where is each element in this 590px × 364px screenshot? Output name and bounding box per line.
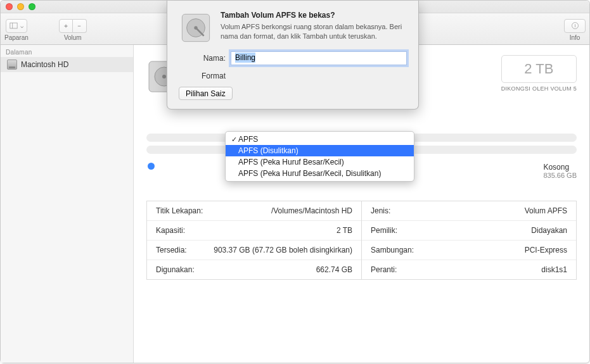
sidebar-icon: [9, 21, 18, 30]
detail-key: Digunakan:: [156, 265, 195, 274]
size-options-button[interactable]: Pilihan Saiz: [179, 87, 233, 100]
check-icon: ✓: [229, 135, 238, 144]
detail-val: 903.37 GB (67.72 GB boleh disingkirkan): [214, 246, 352, 254]
legend-dot-icon: [148, 163, 155, 170]
view-button[interactable]: ⌵: [6, 19, 27, 33]
detail-key: Sambungan:: [371, 246, 414, 254]
dropdown-option-label: APFS (Disulitkan): [238, 146, 298, 155]
table-row: Sambungan:PCI-Express: [362, 241, 576, 260]
detail-key: Pemilik:: [371, 226, 397, 235]
sheet-heading: Tambah Volum APFS ke bekas?: [221, 11, 407, 20]
detail-key: Jenis:: [371, 206, 390, 215]
detail-val: PCI-Express: [525, 246, 567, 254]
minimize-icon[interactable]: [17, 3, 24, 10]
dropdown-option-apfs-case-encrypted[interactable]: APFS (Peka Huruf Besar/Kecil, Disulitkan…: [226, 168, 414, 179]
capacity-box: 2 TB DIKONGSI OLEH VOLUM 5: [501, 55, 577, 92]
zoom-icon[interactable]: [29, 3, 35, 10]
dropdown-option-label: APFS (Peka Huruf Besar/Kecil, Disulitkan…: [238, 169, 381, 178]
dropdown-option-apfs-encrypted[interactable]: APFS (Disulitkan): [226, 145, 414, 156]
name-input[interactable]: Billing: [231, 51, 407, 65]
dropdown-option-apfs[interactable]: ✓APFS: [226, 134, 414, 145]
sidebar-item-label: Macintosh HD: [21, 60, 68, 69]
detail-val: 662.74 GB: [316, 265, 352, 274]
detail-val: /Volumes/Macintosh HD: [271, 206, 352, 215]
close-icon[interactable]: [6, 3, 13, 10]
size-options-label: Pilihan Saiz: [186, 89, 226, 98]
capacity-value: 2 TB: [501, 55, 577, 83]
svg-rect-0: [10, 23, 17, 28]
table-row: Tersedia:903.37 GB (67.72 GB boleh disin…: [147, 241, 361, 260]
table-row: Digunakan:662.74 GB: [147, 260, 361, 279]
name-field-label: Nama:: [179, 54, 231, 63]
format-field-label: Format: [179, 72, 231, 80]
svg-point-7: [162, 75, 166, 78]
detail-val: Didayakan: [531, 226, 567, 235]
details-table: Titik Lekapan:/Volumes/Macintosh HD Kapa…: [146, 201, 577, 280]
table-row: Peranti:disk1s1: [362, 260, 576, 279]
svg-text:i: i: [574, 23, 575, 28]
toolbar-label-info: Info: [570, 34, 580, 41]
free-value: 835.66 GB: [543, 172, 577, 179]
format-dropdown[interactable]: ✓APFS APFS (Disulitkan) APFS (Peka Huruf…: [225, 131, 414, 182]
sidebar-group-internal: Dalaman: [1, 45, 133, 57]
detail-val: Volum APFS: [525, 206, 567, 215]
minus-icon: －: [76, 22, 82, 30]
sidebar-item-macintosh-hd[interactable]: Macintosh HD: [1, 57, 133, 72]
dropdown-option-label: APFS: [238, 135, 258, 144]
capacity-subtitle: DIKONGSI OLEH VOLUM 5: [501, 85, 577, 92]
info-button[interactable]: i: [564, 19, 586, 33]
table-row: Pemilik:Didayakan: [362, 221, 576, 241]
harddrive-icon: [7, 60, 17, 70]
free-label: Kosong: [543, 163, 569, 172]
toolbar-label-view: Paparan: [4, 34, 29, 41]
harddrive-large-icon: [179, 11, 213, 45]
plus-icon: ＋: [63, 22, 69, 30]
toolbar-label-volume: Volum: [64, 34, 82, 41]
detail-key: Kapasiti:: [156, 226, 185, 235]
volume-add-button[interactable]: ＋: [59, 19, 73, 33]
name-input-value: Billing: [235, 53, 255, 63]
dropdown-option-apfs-case[interactable]: APFS (Peka Huruf Besar/Kecil): [226, 156, 414, 168]
table-row: Kapasiti:2 TB: [147, 221, 361, 241]
detail-key: Tersedia:: [156, 246, 187, 254]
detail-val: disk1s1: [541, 265, 567, 274]
volume-remove-button[interactable]: －: [73, 19, 87, 33]
detail-key: Peranti:: [371, 265, 397, 274]
detail-val: 2 TB: [337, 226, 352, 235]
table-row: Jenis:Volum APFS: [362, 201, 576, 221]
info-icon: i: [570, 21, 580, 30]
app-window: Utiliti Cakera ⌵ Paparan ＋ － Volum Bantu…: [0, 0, 590, 363]
dropdown-option-label: APFS (Peka Huruf Besar/Kecil): [238, 158, 344, 166]
detail-key: Titik Lekapan:: [156, 206, 203, 215]
sidebar: Dalaman Macintosh HD: [1, 45, 134, 363]
chevron-down-icon: ⌵: [20, 23, 23, 29]
table-row: Titik Lekapan:/Volumes/Macintosh HD: [147, 201, 361, 221]
add-volume-sheet: Tambah Volum APFS ke bekas? Volum APFS b…: [167, 1, 419, 110]
sheet-description: Volum APFS berkongsi ruang storan dalam …: [221, 22, 407, 41]
